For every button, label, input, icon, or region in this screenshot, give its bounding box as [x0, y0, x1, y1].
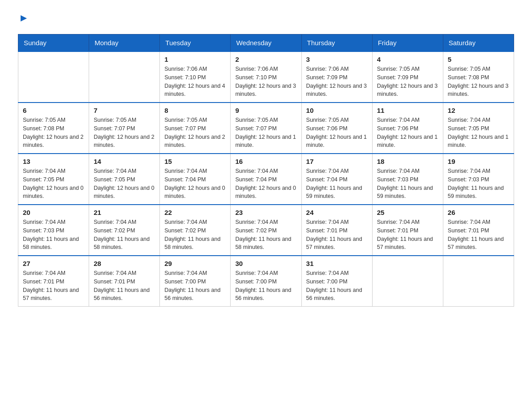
day-number: 31	[306, 260, 368, 267]
week-row-4: 20Sunrise: 7:04 AMSunset: 7:03 PMDayligh…	[18, 205, 514, 256]
day-cell: 10Sunrise: 7:05 AMSunset: 7:06 PMDayligh…	[301, 103, 372, 154]
day-number: 16	[235, 158, 296, 165]
day-cell: 12Sunrise: 7:04 AMSunset: 7:05 PMDayligh…	[443, 103, 514, 154]
svg-marker-0	[21, 15, 27, 21]
day-number: 18	[377, 158, 438, 165]
day-cell: 20Sunrise: 7:04 AMSunset: 7:03 PMDayligh…	[18, 205, 89, 256]
week-row-3: 13Sunrise: 7:04 AMSunset: 7:05 PMDayligh…	[18, 154, 514, 205]
day-cell: 21Sunrise: 7:04 AMSunset: 7:02 PMDayligh…	[89, 205, 160, 256]
day-detail: Sunrise: 7:05 AMSunset: 7:09 PMDaylight:…	[377, 65, 438, 98]
day-detail: Sunrise: 7:04 AMSunset: 7:05 PMDaylight:…	[448, 116, 509, 150]
day-detail: Sunrise: 7:04 AMSunset: 7:05 PMDaylight:…	[23, 167, 84, 201]
day-cell: 3Sunrise: 7:06 AMSunset: 7:09 PMDaylight…	[301, 51, 372, 103]
day-cell: 31Sunrise: 7:04 AMSunset: 7:00 PMDayligh…	[301, 256, 372, 307]
logo	[18, 13, 29, 25]
day-number: 4	[377, 56, 438, 63]
day-number: 5	[448, 56, 509, 63]
day-detail: Sunrise: 7:05 AMSunset: 7:07 PMDaylight:…	[94, 116, 155, 150]
day-detail: Sunrise: 7:05 AMSunset: 7:08 PMDaylight:…	[23, 116, 84, 150]
day-number: 9	[235, 107, 296, 114]
day-detail: Sunrise: 7:06 AMSunset: 7:10 PMDaylight:…	[164, 65, 226, 98]
day-cell: 2Sunrise: 7:06 AMSunset: 7:10 PMDaylight…	[231, 51, 301, 103]
day-number: 21	[94, 209, 155, 216]
week-row-5: 27Sunrise: 7:04 AMSunset: 7:01 PMDayligh…	[18, 256, 514, 307]
day-detail: Sunrise: 7:06 AMSunset: 7:09 PMDaylight:…	[306, 65, 368, 98]
day-cell: 6Sunrise: 7:05 AMSunset: 7:08 PMDaylight…	[18, 103, 89, 154]
day-number: 20	[23, 209, 84, 216]
day-detail: Sunrise: 7:06 AMSunset: 7:10 PMDaylight:…	[235, 65, 296, 98]
week-row-1: 1Sunrise: 7:06 AMSunset: 7:10 PMDaylight…	[18, 51, 514, 103]
day-number: 7	[94, 107, 155, 114]
day-number: 27	[23, 260, 84, 267]
day-number: 6	[23, 107, 84, 114]
day-number: 25	[377, 209, 438, 216]
day-cell: 1Sunrise: 7:06 AMSunset: 7:10 PMDaylight…	[160, 51, 231, 103]
day-number: 30	[235, 260, 296, 267]
day-cell	[89, 51, 160, 103]
day-number: 11	[377, 107, 438, 114]
day-cell: 24Sunrise: 7:04 AMSunset: 7:01 PMDayligh…	[301, 205, 372, 256]
day-detail: Sunrise: 7:04 AMSunset: 7:00 PMDaylight:…	[235, 269, 296, 303]
day-detail: Sunrise: 7:04 AMSunset: 7:04 PMDaylight:…	[235, 167, 296, 201]
logo-arrow-icon	[19, 13, 29, 23]
day-cell: 14Sunrise: 7:04 AMSunset: 7:05 PMDayligh…	[89, 154, 160, 205]
day-cell: 26Sunrise: 7:04 AMSunset: 7:01 PMDayligh…	[443, 205, 514, 256]
week-row-2: 6Sunrise: 7:05 AMSunset: 7:08 PMDaylight…	[18, 103, 514, 154]
day-detail: Sunrise: 7:04 AMSunset: 7:01 PMDaylight:…	[377, 218, 438, 252]
day-cell: 5Sunrise: 7:05 AMSunset: 7:08 PMDaylight…	[443, 51, 514, 103]
day-number: 14	[94, 158, 155, 165]
calendar-header-row: SundayMondayTuesdayWednesdayThursdayFrid…	[18, 34, 514, 52]
day-detail: Sunrise: 7:05 AMSunset: 7:07 PMDaylight:…	[235, 116, 296, 150]
day-cell: 16Sunrise: 7:04 AMSunset: 7:04 PMDayligh…	[231, 154, 301, 205]
day-detail: Sunrise: 7:04 AMSunset: 7:04 PMDaylight:…	[306, 167, 368, 201]
day-number: 28	[94, 260, 155, 267]
day-detail: Sunrise: 7:04 AMSunset: 7:02 PMDaylight:…	[235, 218, 296, 252]
day-detail: Sunrise: 7:04 AMSunset: 7:00 PMDaylight:…	[306, 269, 368, 303]
day-cell: 7Sunrise: 7:05 AMSunset: 7:07 PMDaylight…	[89, 103, 160, 154]
day-detail: Sunrise: 7:04 AMSunset: 7:01 PMDaylight:…	[306, 218, 368, 252]
day-detail: Sunrise: 7:04 AMSunset: 7:01 PMDaylight:…	[448, 218, 509, 252]
day-cell: 30Sunrise: 7:04 AMSunset: 7:00 PMDayligh…	[231, 256, 301, 307]
day-number: 19	[448, 158, 509, 165]
day-number: 13	[23, 158, 84, 165]
day-number: 8	[164, 107, 226, 114]
day-detail: Sunrise: 7:05 AMSunset: 7:06 PMDaylight:…	[306, 116, 368, 150]
day-cell: 18Sunrise: 7:04 AMSunset: 7:03 PMDayligh…	[372, 154, 443, 205]
day-detail: Sunrise: 7:04 AMSunset: 7:02 PMDaylight:…	[164, 218, 226, 252]
day-number: 17	[306, 158, 368, 165]
day-number: 23	[235, 209, 296, 216]
day-detail: Sunrise: 7:04 AMSunset: 7:04 PMDaylight:…	[164, 167, 226, 201]
day-cell: 8Sunrise: 7:05 AMSunset: 7:07 PMDaylight…	[160, 103, 231, 154]
day-number: 1	[164, 56, 226, 63]
day-detail: Sunrise: 7:04 AMSunset: 7:03 PMDaylight:…	[448, 167, 509, 201]
day-detail: Sunrise: 7:05 AMSunset: 7:07 PMDaylight:…	[164, 116, 226, 150]
day-cell: 15Sunrise: 7:04 AMSunset: 7:04 PMDayligh…	[160, 154, 231, 205]
day-cell: 9Sunrise: 7:05 AMSunset: 7:07 PMDaylight…	[231, 103, 301, 154]
page-header	[18, 13, 514, 25]
day-number: 10	[306, 107, 368, 114]
day-number: 3	[306, 56, 368, 63]
day-detail: Sunrise: 7:04 AMSunset: 7:05 PMDaylight:…	[94, 167, 155, 201]
day-cell: 29Sunrise: 7:04 AMSunset: 7:00 PMDayligh…	[160, 256, 231, 307]
day-cell	[372, 256, 443, 307]
header-monday: Monday	[89, 34, 160, 52]
day-cell	[443, 256, 514, 307]
calendar-table: SundayMondayTuesdayWednesdayThursdayFrid…	[18, 34, 514, 307]
day-number: 22	[164, 209, 226, 216]
header-thursday: Thursday	[301, 34, 372, 52]
day-detail: Sunrise: 7:04 AMSunset: 7:00 PMDaylight:…	[164, 269, 226, 303]
day-detail: Sunrise: 7:04 AMSunset: 7:03 PMDaylight:…	[23, 218, 84, 252]
header-friday: Friday	[372, 34, 443, 52]
day-number: 29	[164, 260, 226, 267]
day-cell: 19Sunrise: 7:04 AMSunset: 7:03 PMDayligh…	[443, 154, 514, 205]
day-number: 15	[164, 158, 226, 165]
header-sunday: Sunday	[18, 34, 89, 52]
day-cell: 17Sunrise: 7:04 AMSunset: 7:04 PMDayligh…	[301, 154, 372, 205]
header-tuesday: Tuesday	[160, 34, 231, 52]
day-cell: 25Sunrise: 7:04 AMSunset: 7:01 PMDayligh…	[372, 205, 443, 256]
day-number: 12	[448, 107, 509, 114]
day-detail: Sunrise: 7:04 AMSunset: 7:03 PMDaylight:…	[377, 167, 438, 201]
day-detail: Sunrise: 7:04 AMSunset: 7:01 PMDaylight:…	[94, 269, 155, 303]
header-wednesday: Wednesday	[231, 34, 301, 52]
day-cell: 22Sunrise: 7:04 AMSunset: 7:02 PMDayligh…	[160, 205, 231, 256]
